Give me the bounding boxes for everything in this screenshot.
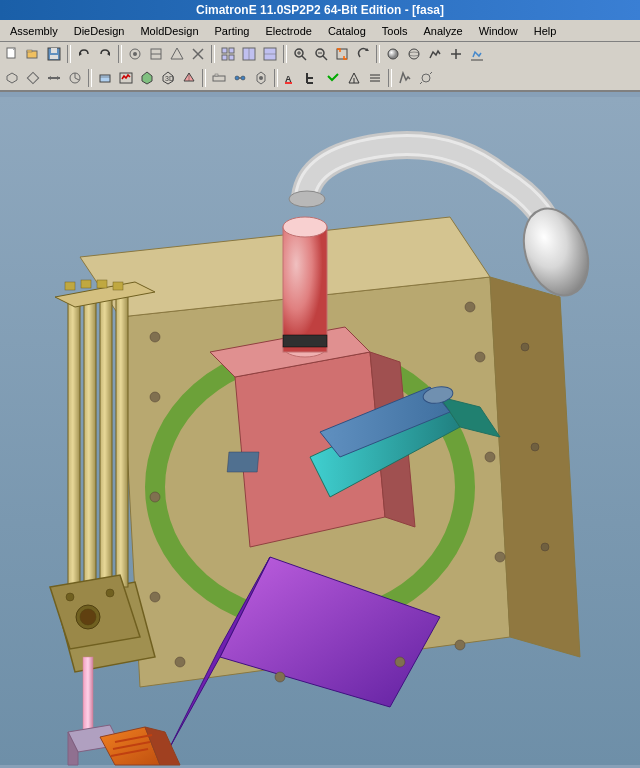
menu-catalog[interactable]: Catalog: [320, 23, 374, 39]
tb-btn-c3[interactable]: [44, 68, 64, 88]
tb-btn-f3[interactable]: [323, 68, 343, 88]
tb-sep-3: [211, 45, 215, 63]
svg-point-127: [395, 657, 405, 667]
tb-sep-8: [274, 69, 278, 87]
tb-btn-a3[interactable]: [167, 44, 187, 64]
tb-btn-d4[interactable]: 3D: [158, 68, 178, 88]
tb-btn-zoom-out[interactable]: [311, 44, 331, 64]
tb-btn-e3[interactable]: [251, 68, 271, 88]
svg-rect-16: [222, 48, 227, 53]
svg-point-35: [409, 52, 419, 56]
svg-point-84: [283, 217, 327, 237]
menu-window[interactable]: Window: [471, 23, 526, 39]
tb-btn-new[interactable]: [2, 44, 22, 64]
toolbar-row-2: 3D A: [0, 66, 640, 90]
svg-rect-54: [215, 74, 218, 76]
menu-electrode[interactable]: Electrode: [257, 23, 319, 39]
tb-btn-d1[interactable]: [95, 68, 115, 88]
tb-sep-4: [283, 45, 287, 63]
svg-rect-19: [229, 55, 234, 60]
svg-rect-31: [337, 49, 347, 59]
svg-point-119: [150, 492, 160, 502]
tb-btn-a4[interactable]: [188, 44, 208, 64]
tb-btn-open[interactable]: [23, 44, 43, 64]
tb-btn-rotate[interactable]: [353, 44, 373, 64]
tb-sep-5: [376, 45, 380, 63]
svg-point-121: [465, 302, 475, 312]
svg-rect-6: [50, 55, 58, 59]
tb-btn-b2[interactable]: [446, 44, 466, 64]
menu-analyze[interactable]: Analyze: [415, 23, 470, 39]
tb-sep-1: [67, 45, 71, 63]
svg-point-10: [133, 52, 137, 56]
tb-btn-b1[interactable]: [425, 44, 445, 64]
tb-btn-f4[interactable]: [344, 68, 364, 88]
tb-btn-c1[interactable]: [2, 68, 22, 88]
tb-btn-wireframe[interactable]: [404, 44, 424, 64]
svg-point-125: [175, 657, 185, 667]
svg-rect-53: [213, 76, 225, 81]
tb-btn-zoom-fit[interactable]: [332, 44, 352, 64]
tb-btn-e1[interactable]: [209, 68, 229, 88]
tb-btn-f2[interactable]: [302, 68, 322, 88]
svg-rect-81: [227, 452, 259, 472]
svg-rect-83: [283, 227, 327, 352]
tb-btn-b3[interactable]: [467, 44, 487, 64]
menu-assembly[interactable]: Assembly: [2, 23, 66, 39]
canvas-area[interactable]: [0, 92, 640, 768]
svg-marker-13: [171, 48, 183, 59]
tb-sep-9: [388, 69, 392, 87]
tb-btn-e2[interactable]: [230, 68, 250, 88]
svg-point-70: [422, 74, 430, 82]
svg-line-72: [420, 82, 422, 84]
tb-btn-c2[interactable]: [23, 68, 43, 88]
tb-btn-c4[interactable]: [65, 68, 85, 88]
tb-btn-f1[interactable]: A: [281, 68, 301, 88]
svg-point-126: [275, 672, 285, 682]
tb-btn-zoom-in[interactable]: [290, 44, 310, 64]
menu-diedesign[interactable]: DieDesign: [66, 23, 133, 39]
svg-point-128: [455, 640, 465, 650]
svg-rect-85: [283, 335, 327, 347]
menu-parting[interactable]: Parting: [207, 23, 258, 39]
tb-btn-view3[interactable]: [260, 44, 280, 64]
svg-point-55: [235, 76, 239, 80]
svg-marker-49: [142, 72, 152, 84]
tb-btn-view2[interactable]: [239, 44, 259, 64]
svg-rect-98: [116, 297, 128, 587]
svg-point-34: [409, 49, 419, 59]
svg-point-124: [495, 552, 505, 562]
tb-btn-a2[interactable]: [146, 44, 166, 64]
tb-sep-6: [88, 69, 92, 87]
svg-rect-3: [27, 50, 32, 52]
tb-btn-f5[interactable]: [365, 68, 385, 88]
svg-rect-103: [113, 282, 123, 290]
tb-btn-g1[interactable]: [395, 68, 415, 88]
tb-btn-redo[interactable]: [95, 44, 115, 64]
tb-btn-view1[interactable]: [218, 44, 238, 64]
tb-btn-g2[interactable]: [416, 68, 436, 88]
svg-point-122: [475, 352, 485, 362]
tb-btn-undo[interactable]: [74, 44, 94, 64]
svg-point-106: [106, 589, 114, 597]
svg-point-117: [150, 332, 160, 342]
menu-tools[interactable]: Tools: [374, 23, 416, 39]
tb-btn-save[interactable]: [44, 44, 64, 64]
tb-btn-d5[interactable]: [179, 68, 199, 88]
tb-btn-d2[interactable]: [116, 68, 136, 88]
tb-btn-a1[interactable]: [125, 44, 145, 64]
tb-btn-d3[interactable]: [137, 68, 157, 88]
svg-point-123: [485, 452, 495, 462]
tb-sep-7: [202, 69, 206, 87]
svg-marker-38: [7, 73, 17, 83]
menu-help[interactable]: Help: [526, 23, 565, 39]
title-bar: CimatronE 11.0SP2P2 64-Bit Edition - [fa…: [0, 0, 640, 20]
svg-rect-18: [222, 55, 227, 60]
svg-rect-5: [51, 48, 57, 53]
menu-molddesign[interactable]: MoldDesign: [132, 23, 206, 39]
svg-line-29: [323, 56, 327, 60]
svg-rect-46: [100, 75, 110, 82]
svg-line-45: [75, 78, 79, 80]
svg-point-131: [541, 543, 549, 551]
tb-btn-shading[interactable]: [383, 44, 403, 64]
